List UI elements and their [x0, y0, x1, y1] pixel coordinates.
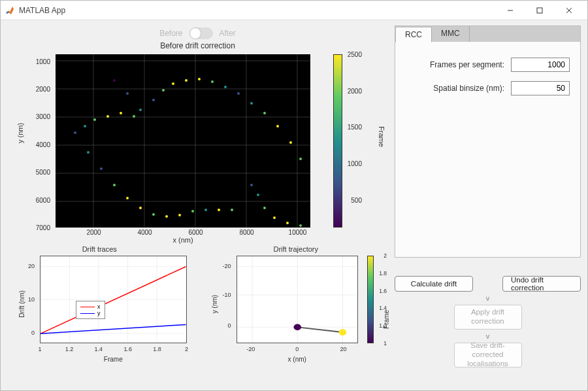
svg-point-54	[299, 224, 302, 227]
svg-point-41	[139, 207, 142, 209]
traj-xlabel: x (nm)	[237, 356, 359, 363]
svg-point-45	[191, 210, 194, 212]
before-after-switch-row: Before After	[7, 26, 388, 41]
svg-point-30	[224, 86, 227, 88]
drift-trajectory-chart: Drift trajectory y (nm) -20 -10 0	[204, 245, 389, 363]
svg-point-32	[250, 102, 253, 105]
buttons-column: Calculate drift Undo drift correction v …	[395, 276, 581, 367]
traj-ylabel: y (nm)	[210, 295, 218, 313]
svg-point-20	[133, 115, 135, 118]
traj-colorbar	[367, 256, 374, 343]
traces-yticks: 20 10 0	[22, 256, 37, 343]
apply-drift-correction-button[interactable]: Apply drift correction	[454, 305, 522, 330]
main-chart-colorbar-ticks: 2500 2000 1500 1000 500	[342, 54, 362, 228]
svg-point-27	[185, 79, 188, 82]
svg-point-47	[218, 209, 220, 211]
svg-point-42	[152, 213, 155, 216]
main-chart-yticks: 1000 2000 3000 4000 5000 6000 7000	[31, 54, 53, 228]
svg-point-19	[120, 112, 122, 114]
svg-point-21	[113, 79, 116, 82]
svg-point-23	[139, 109, 142, 111]
main-chart-colorbar-label: Frame	[378, 126, 385, 147]
svg-point-33	[263, 112, 266, 114]
main-chart-xlabel: x (nm)	[56, 236, 310, 244]
main-chart-ylabel: y (nm)	[16, 123, 24, 143]
svg-point-29	[211, 80, 214, 83]
svg-point-36	[299, 158, 302, 160]
traces-xticks: 1 1.2 1.4 1.6 1.8 2	[40, 346, 187, 354]
drift-traces-chart: Drift traces Drift (nm) 20 10 0	[7, 245, 192, 363]
traj-xticks: -20 0 20	[237, 346, 359, 354]
switch-label-after: After	[220, 29, 236, 38]
spatial-binsize-input[interactable]	[511, 81, 570, 95]
svg-line-63	[41, 324, 186, 333]
svg-point-50	[257, 194, 259, 196]
switch-label-before: Before	[159, 29, 182, 38]
svg-point-15	[74, 131, 76, 134]
svg-point-24	[152, 99, 155, 101]
svg-point-40	[126, 197, 129, 199]
tabs-header: RCC MMC	[395, 26, 580, 42]
svg-point-16	[84, 125, 86, 128]
svg-point-26	[172, 82, 174, 85]
traj-colorbar-label: Frame	[383, 310, 390, 329]
traj-yticks: -20 -10 0	[218, 256, 234, 343]
matlab-icon	[5, 5, 15, 16]
svg-point-51	[263, 207, 266, 209]
before-after-switch[interactable]	[189, 27, 213, 39]
close-button[interactable]	[554, 1, 583, 20]
svg-point-43	[165, 215, 168, 218]
svg-rect-1	[537, 8, 542, 13]
traces-title: Drift traces	[7, 245, 192, 253]
svg-line-62	[41, 267, 186, 333]
main-chart-axes[interactable]	[56, 54, 310, 228]
window-title: MATLAB App	[19, 6, 495, 15]
svg-point-46	[204, 209, 207, 211]
svg-point-49	[250, 184, 253, 186]
traj-colorbar-ticks: 2 1.8 1.6 1.4 1.2 1	[374, 256, 387, 343]
svg-point-71	[293, 324, 301, 330]
tab-mmc[interactable]: MMC	[432, 26, 470, 42]
svg-point-38	[100, 167, 103, 170]
svg-point-52	[273, 216, 276, 219]
svg-point-22	[126, 92, 129, 95]
svg-point-35	[289, 141, 292, 144]
titlebar: MATLAB App	[1, 1, 587, 20]
tab-rcc[interactable]: RCC	[395, 27, 432, 42]
spatial-binsize-label: Spatial binsize (nm):	[433, 84, 504, 93]
svg-point-53	[286, 222, 289, 224]
svg-point-39	[113, 184, 116, 186]
svg-line-70	[297, 327, 342, 332]
svg-point-48	[231, 209, 233, 211]
svg-point-18	[106, 115, 109, 118]
tab-body-rcc: Frames per segment: Spatial binsize (nm)…	[395, 42, 580, 257]
svg-point-72	[338, 329, 346, 335]
svg-point-44	[178, 214, 181, 216]
traces-axes[interactable]: x y	[40, 256, 187, 343]
arrow-down-icon: v	[486, 332, 490, 340]
svg-point-28	[198, 78, 201, 80]
traces-xlabel: Frame	[40, 356, 187, 363]
traces-legend: x y	[76, 301, 105, 319]
undo-drift-correction-button[interactable]: Undo drift correction	[502, 276, 581, 292]
calculate-drift-button[interactable]: Calculate drift	[395, 276, 473, 292]
frames-per-segment-input[interactable]	[511, 58, 570, 72]
app-window: MATLAB App Before After Before drift cor…	[0, 0, 588, 391]
frames-per-segment-label: Frames per segment:	[430, 60, 504, 69]
main-chart-title: Before drift correction	[7, 41, 388, 50]
svg-point-37	[87, 151, 90, 154]
svg-point-31	[237, 92, 240, 95]
minimize-button[interactable]	[495, 1, 525, 20]
settings-panel: RCC MMC Frames per segment: Spatial bins…	[395, 26, 581, 258]
maximize-button[interactable]	[525, 1, 554, 20]
svg-point-25	[162, 89, 165, 92]
traj-axes[interactable]	[237, 256, 359, 343]
main-chart: Before drift correction y (nm) 1000 2000…	[7, 41, 388, 244]
main-chart-colorbar	[333, 54, 342, 228]
svg-point-17	[93, 118, 96, 121]
arrow-down-icon: v	[486, 294, 490, 302]
save-drift-corrected-button[interactable]: Save drift-corrected localisations	[454, 343, 522, 367]
traj-title: Drift trajectory	[204, 245, 389, 253]
svg-point-34	[276, 125, 279, 128]
